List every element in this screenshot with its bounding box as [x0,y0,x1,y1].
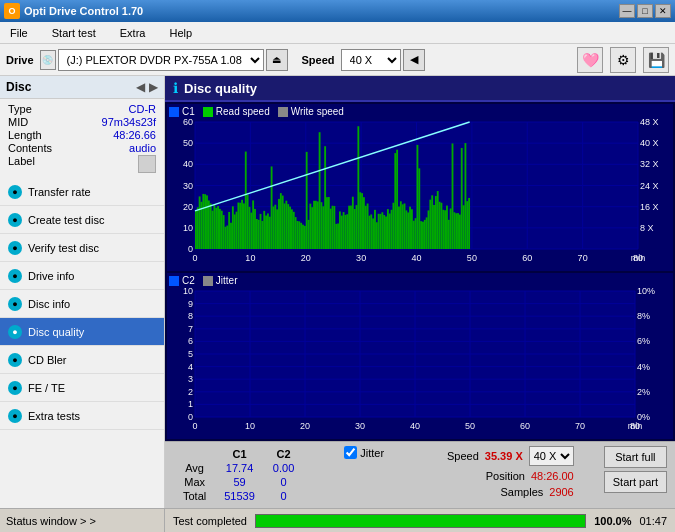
chart2-container: C2 Jitter [167,273,673,439]
write-speed-legend-box [278,107,288,117]
charts-area: C1 Read speed Write speed [165,102,675,441]
close-button[interactable]: ✕ [655,4,671,18]
sidebar-item-disc-info[interactable]: ● Disc info [0,290,164,318]
status-bar: Status window > > Test completed 100.0% … [0,508,675,532]
stats-header-c2: C2 [265,448,302,460]
chart2-canvas [167,273,673,439]
stats-avg-label: Avg [175,462,214,474]
c1-legend-box [169,107,179,117]
speed-stat-select[interactable]: 40 X [529,446,574,466]
sidebar-item-verify-test-disc[interactable]: ● Verify test disc [0,234,164,262]
create-test-disc-icon: ● [8,213,22,227]
stats-total-label: Total [175,490,214,502]
speed-value: 35.39 X [485,450,523,462]
start-full-button[interactable]: Start full [604,446,667,468]
stats-right: Speed 35.39 X 40 X Position 48:26.00 Sam… [447,446,574,498]
minimize-button[interactable]: — [619,4,635,18]
sidebar-item-cd-bler[interactable]: ● CD Bler [0,346,164,374]
stats-max-c1: 59 [216,476,263,488]
samples-label: Samples [500,486,543,498]
stats-max-c2: 0 [265,476,302,488]
write-speed-legend-label: Write speed [291,106,344,117]
drive-label: Drive [6,54,34,66]
menu-file[interactable]: File [4,25,34,41]
jitter-label: Jitter [360,447,384,459]
stats-avg-c2: 0.00 [265,462,302,474]
samples-row: Samples 2906 [500,486,573,498]
c2-legend-box [169,276,179,286]
disc-label-label: Label [8,155,35,173]
transfer-rate-icon: ● [8,185,22,199]
menu-extra[interactable]: Extra [114,25,152,41]
chart1-legend: C1 Read speed Write speed [169,106,344,117]
disc-quality-title: Disc quality [184,81,257,96]
disc-info: Type CD-R MID 97m34s23f Length 48:26.66 … [0,99,164,178]
speed-arrow-button[interactable]: ◀ [403,49,425,71]
disc-quality-icon: ● [8,325,22,339]
action-buttons: Start full Start part [604,446,667,493]
disc-header: Disc ◀ ▶ [0,76,164,99]
menu-help[interactable]: Help [163,25,198,41]
stats-header-c1: C1 [216,448,263,460]
chart2-legend: C2 Jitter [169,275,237,286]
stats-total-c2: 0 [265,490,302,502]
window-controls: — □ ✕ [619,4,671,18]
samples-value: 2906 [549,486,573,498]
sidebar-item-create-test-disc[interactable]: ● Create test disc [0,206,164,234]
progress-percentage: 100.0% [594,515,631,527]
jitter-checkbox-row[interactable]: Jitter [344,446,384,459]
speed-label-stat: Speed [447,450,479,462]
favorite-button[interactable]: 🩷 [577,47,603,73]
disc-info-icon: ● [8,297,22,311]
menu-bar: File Start test Extra Help [0,22,675,44]
eject-button[interactable]: ⏏ [266,49,288,71]
disc-length-label: Length [8,129,42,141]
jitter-checkbox[interactable] [344,446,357,459]
drive-bar: Drive 💿 (J:) PLEXTOR DVDR PX-755A 1.08 ⏏… [0,44,675,76]
stats-max-label: Max [175,476,214,488]
app-icon: O [4,3,20,19]
status-window-button[interactable]: Status window > > [0,509,165,532]
app-title: Opti Drive Control 1.70 [24,5,143,17]
disc-contents-label: Contents [8,142,52,154]
stats-total-c1: 51539 [216,490,263,502]
sidebar-item-transfer-rate[interactable]: ● Transfer rate [0,178,164,206]
speed-row: Speed 35.39 X 40 X [447,446,574,466]
sidebar: Disc ◀ ▶ Type CD-R MID 97m34s23f Length … [0,76,165,508]
jitter-legend-label: Jitter [216,275,238,286]
disc-prev[interactable]: ◀ [136,80,145,94]
menu-start-test[interactable]: Start test [46,25,102,41]
cd-bler-icon: ● [8,353,22,367]
position-value: 48:26.00 [531,470,574,482]
drive-icon: 💿 [40,50,56,70]
restore-button[interactable]: □ [637,4,653,18]
progress-bar-fill [256,515,585,527]
sidebar-item-drive-info[interactable]: ● Drive info [0,262,164,290]
disc-quality-header-icon: ℹ [173,80,178,96]
settings-button[interactable]: ⚙ [610,47,636,73]
start-part-button[interactable]: Start part [604,471,667,493]
sidebar-item-fe-te[interactable]: ● FE / TE [0,374,164,402]
read-speed-legend-box [203,107,213,117]
read-speed-legend-label: Read speed [216,106,270,117]
sidebar-item-disc-quality[interactable]: ● Disc quality [0,318,164,346]
fe-te-icon: ● [8,381,22,395]
title-bar: O Opti Drive Control 1.70 — □ ✕ [0,0,675,22]
disc-next[interactable]: ▶ [149,80,158,94]
disc-label-icon[interactable] [138,155,156,173]
save-button[interactable]: 💾 [643,47,669,73]
disc-type-label: Type [8,103,32,115]
sidebar-item-extra-tests[interactable]: ● Extra tests [0,402,164,430]
speed-select[interactable]: 40 X [341,49,401,71]
chart1-container: C1 Read speed Write speed [167,104,673,271]
status-time: 01:47 [639,515,667,527]
c1-legend-label: C1 [182,106,195,117]
extra-tests-icon: ● [8,409,22,423]
chart1-canvas [167,104,673,271]
position-label: Position [486,470,525,482]
stats-area: C1 C2 Avg 17.74 0.00 Max 59 0 Total 5153… [165,441,675,508]
progress-bar-container [255,514,586,528]
jitter-legend-box [203,276,213,286]
drive-select[interactable]: (J:) PLEXTOR DVDR PX-755A 1.08 [58,49,264,71]
status-text: Test completed [173,515,247,527]
